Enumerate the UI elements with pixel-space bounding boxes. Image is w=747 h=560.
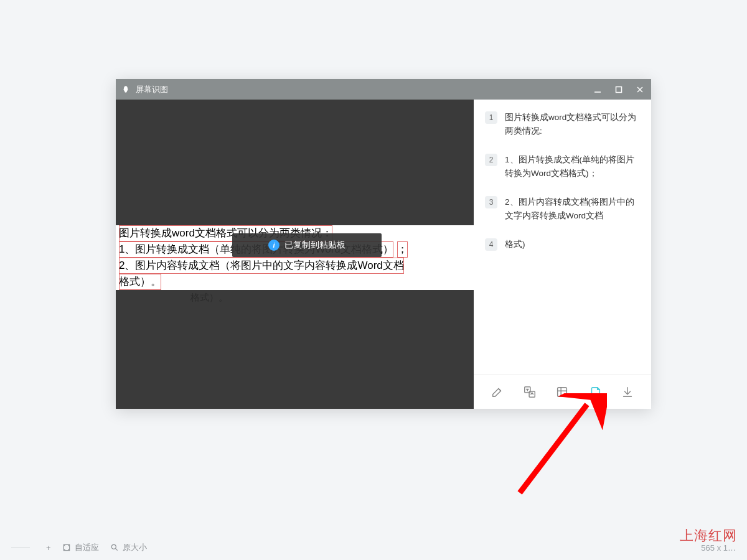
svg-rect-6 (558, 387, 567, 396)
svg-line-13 (115, 549, 117, 551)
result-item[interactable]: 4 格式) (485, 238, 640, 251)
result-text: 1、图片转换成文档(单纯的将图片转换为Word文档格式)； (505, 153, 640, 180)
result-text: 图片转换成word文档格式可以分为两类情况: (505, 111, 640, 138)
ghost-text: 格式）。 (190, 292, 228, 304)
zoom-slider[interactable] (11, 548, 30, 548)
svg-line-10 (520, 404, 587, 493)
results-panel: 1 图片转换成word文档格式可以分为两类情况: 2 1、图片转换成文档(单纯的… (474, 100, 651, 409)
toast-text: 已复制到粘贴板 (284, 240, 345, 251)
result-item[interactable]: 3 2、图片内容转成文档(将图片中的文字内容转换成Word文档 (485, 195, 640, 223)
window-body: 图片转换成word文档格式可以分为两类情况： 1、图片转换成文档（单纯的将图片转… (116, 100, 651, 409)
original-size-button[interactable]: 原大小 (110, 542, 147, 553)
fit-label: 自适应 (75, 542, 99, 553)
ocr-line: 2、图片内容转成文档（将图片中的文字内容转换成Word文档 (119, 258, 404, 274)
result-index: 2 (485, 154, 497, 166)
result-text: 2、图片内容转成文档(将图片中的文字内容转换成Word文档 (505, 195, 640, 223)
result-index: 4 (485, 238, 497, 251)
app-icon (121, 85, 131, 95)
annotation-arrow-icon (501, 393, 607, 505)
watermark-text: 上海红网 (680, 526, 737, 545)
fit-button[interactable]: 自适应 (62, 542, 99, 553)
info-icon: i (268, 240, 280, 251)
zoom-in-button[interactable]: + (46, 543, 51, 553)
result-index: 1 (485, 111, 497, 124)
window-title: 屏幕识图 (136, 84, 591, 95)
ocr-line: 格式）。 (119, 274, 161, 290)
action-toolbar (474, 374, 651, 409)
ocr-window: 屏幕识图 图片转换成word文档格式可以分为两类情况： 1、图片转换成文档（单纯… (116, 79, 651, 409)
window-controls (591, 83, 646, 96)
svg-rect-1 (616, 86, 622, 92)
close-button[interactable] (634, 83, 646, 96)
result-index: 3 (485, 196, 497, 208)
results-list: 1 图片转换成word文档格式可以分为两类情况: 2 1、图片转换成文档(单纯的… (474, 100, 651, 374)
original-label: 原大小 (123, 542, 147, 553)
result-item[interactable]: 1 图片转换成word文档格式可以分为两类情况: (485, 111, 640, 138)
viewer-statusbar: + 自适应 原大小 565 x 1… (0, 535, 747, 560)
result-item[interactable]: 2 1、图片转换成文档(单纯的将图片转换为Word文档格式)； (485, 153, 640, 180)
copy-icon[interactable] (586, 383, 604, 401)
download-icon[interactable] (619, 383, 636, 401)
titlebar[interactable]: 屏幕识图 (116, 79, 651, 100)
minimize-button[interactable] (591, 83, 604, 96)
ocr-line: ； (397, 241, 408, 258)
table-icon[interactable] (553, 383, 571, 401)
toast-notification: i 已复制到粘贴板 (232, 233, 382, 257)
maximize-button[interactable] (613, 83, 625, 96)
translate-icon[interactable] (521, 383, 538, 401)
result-text: 格式) (505, 238, 525, 251)
edit-icon[interactable] (489, 383, 506, 401)
svg-point-12 (111, 544, 116, 549)
